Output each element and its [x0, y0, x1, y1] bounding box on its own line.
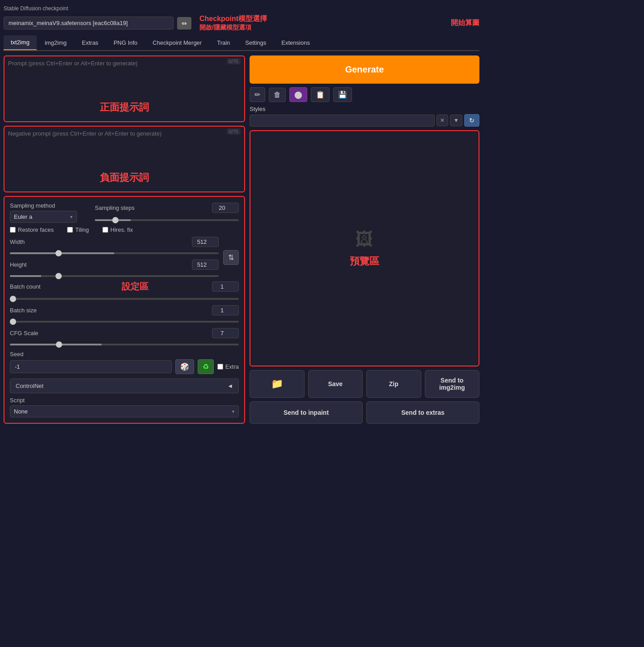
sampling-steps-label: Sampling steps [95, 204, 135, 211]
restore-faces-checkbox[interactable]: Restore faces [10, 226, 54, 233]
tab-png-info[interactable]: PNG Info [106, 35, 144, 50]
styles-section: Styles ✕ ▼ ↻ [250, 106, 479, 127]
tab-train[interactable]: Train [210, 35, 237, 50]
save-btn[interactable]: Save [308, 370, 363, 398]
tiling-checkbox[interactable]: Tiling [67, 226, 89, 233]
sampling-row: Sampling method Euler a Euler LMS DPM++ … [10, 202, 239, 223]
negative-prompt-counter: 0/75 [227, 128, 241, 135]
cfg-scale-input[interactable] [212, 328, 239, 338]
extra-checkbox[interactable]: Extra [217, 363, 239, 370]
send-to-inpaint-btn[interactable]: Send to inpaint [250, 401, 363, 424]
settings-box: Sampling method Euler a Euler LMS DPM++ … [4, 196, 245, 424]
left-panel: 0/75 正面提示詞 0/75 負面提示詞 Sampling method [4, 55, 245, 424]
tab-img2img[interactable]: img2img [38, 35, 74, 50]
script-section: Script None X/Y/Z plot Prompt matrix [10, 397, 239, 417]
start-generate-annotation: 開始算圖 [451, 19, 479, 26]
batch-size-input[interactable] [212, 305, 239, 315]
notes-btn[interactable]: 📋 [311, 87, 330, 102]
positive-prompt-annotation: 正面提示詞 [8, 97, 241, 118]
cfg-scale-slider[interactable] [10, 344, 239, 345]
batch-size-slider[interactable] [10, 321, 239, 323]
send-to-extras-btn[interactable]: Send to extras [366, 401, 479, 424]
tiling-input[interactable] [67, 227, 73, 233]
tabs-row: txt2img img2img Extras PNG Info Checkpoi… [4, 35, 479, 51]
script-select[interactable]: None X/Y/Z plot Prompt matrix [10, 405, 239, 417]
checkpoint-annotation2: 開啟/隱藏模型選項 [199, 24, 267, 32]
save-style-btn[interactable]: 💾 [333, 87, 352, 102]
hires-fix-input[interactable] [102, 227, 108, 233]
styles-label: Styles [250, 106, 479, 112]
sampling-method-label: Sampling method [10, 202, 81, 209]
width-label: Width [10, 238, 25, 245]
checkpoint-row: meinamix_meinaV9.safetensors [eac6c08a19… [4, 14, 479, 32]
tab-extras[interactable]: Extras [75, 35, 106, 50]
width-input[interactable] [192, 237, 219, 247]
seed-recycle-btn[interactable]: ♻ [198, 359, 214, 374]
batch-size-label: Batch size [10, 307, 37, 314]
script-label: Script [10, 397, 239, 404]
style-dot-btn[interactable]: ⬤ [289, 87, 307, 102]
seed-row: 🎲 ♻ Extra [10, 359, 239, 374]
styles-clear-btn[interactable]: ✕ [436, 115, 448, 126]
sampling-steps-input[interactable] [212, 203, 239, 213]
open-folder-btn[interactable]: 📁 [250, 370, 305, 398]
checkpoint-annotation1: Checkpoint模型選擇 [199, 14, 267, 24]
height-slider[interactable] [10, 275, 219, 277]
batch-count-slider[interactable] [10, 298, 239, 300]
height-input[interactable] [192, 260, 219, 270]
batch-count-input[interactable] [212, 281, 239, 292]
pencil-btn[interactable]: ✏ [250, 87, 265, 102]
controlnet-label: ControlNet [16, 383, 43, 389]
controlnet-row[interactable]: ControlNet ◄ [10, 379, 239, 393]
settings-annotation: 設定區 [122, 281, 148, 293]
tab-txt2img[interactable]: txt2img [4, 35, 37, 50]
right-panel: Generate ✏ 🗑 ⬤ 📋 💾 Styles ✕ ▼ ↻ [250, 55, 479, 424]
seed-label: Seed [10, 351, 23, 358]
cfg-scale-label: CFG Scale [10, 330, 38, 336]
generate-btn[interactable]: Generate [250, 55, 479, 84]
preview-area: 🖼 預覽區 [250, 130, 479, 366]
title-bar: Stable Diffusion checkpoint [4, 4, 479, 14]
negative-prompt-input[interactable] [8, 130, 241, 166]
checkpoint-toggle-btn[interactable]: ⇔ [177, 17, 191, 30]
dimensions-section: Width Height ⇅ [10, 237, 239, 281]
checkpoint-select[interactable]: meinamix_meinaV9.safetensors [eac6c08a19… [4, 17, 174, 30]
styles-refresh-btn[interactable]: ↻ [464, 114, 479, 127]
title-label: Stable Diffusion checkpoint [4, 5, 68, 12]
action-btns-row1: 📁 Save Zip Send toimg2img [250, 370, 479, 398]
main-layout: 0/75 正面提示詞 0/75 負面提示詞 Sampling method [4, 55, 479, 424]
negative-prompt-area: 0/75 負面提示詞 [4, 126, 245, 192]
seed-input[interactable] [10, 360, 172, 373]
hires-fix-checkbox[interactable]: Hires. fix [102, 226, 133, 233]
send-to-img2img-btn[interactable]: Send toimg2img [425, 370, 480, 398]
positive-prompt-area: 0/75 正面提示詞 [4, 55, 245, 122]
tab-settings[interactable]: Settings [238, 35, 273, 50]
restore-faces-input[interactable] [10, 227, 16, 233]
zip-btn[interactable]: Zip [366, 370, 421, 398]
positive-prompt-input[interactable] [8, 60, 241, 96]
styles-row: ✕ ▼ ↻ [250, 114, 479, 127]
sampling-method-select[interactable]: Euler a Euler LMS DPM++ 2M [10, 211, 77, 223]
toolbar-row: ✏ 🗑 ⬤ 📋 💾 [250, 87, 479, 102]
preview-placeholder-icon: 🖼 [356, 229, 373, 249]
height-label: Height [10, 261, 27, 268]
styles-dropdown-btn[interactable]: ▼ [450, 115, 462, 126]
tab-extensions[interactable]: Extensions [274, 35, 317, 50]
controlnet-arrow: ◄ [227, 383, 233, 389]
action-btns-row2: Send to inpaint Send to extras [250, 401, 479, 424]
width-slider[interactable] [10, 252, 219, 254]
negative-prompt-annotation: 負面提示詞 [8, 167, 241, 188]
trash-btn[interactable]: 🗑 [269, 88, 286, 102]
positive-prompt-counter: 0/75 [227, 58, 241, 64]
batch-count-label: Batch count [10, 283, 41, 290]
tab-checkpoint-merger[interactable]: Checkpoint Merger [145, 35, 209, 50]
seed-random-btn[interactable]: 🎲 [175, 359, 194, 374]
batch-size-row: Batch size [10, 305, 239, 315]
sampling-steps-slider[interactable] [95, 219, 239, 221]
styles-input[interactable] [250, 115, 435, 127]
checkboxes-row: Restore faces Tiling Hires. fix [10, 226, 239, 233]
batch-count-row: Batch count 設定區 [10, 281, 239, 293]
extra-input[interactable] [217, 364, 223, 370]
swap-dimensions-btn[interactable]: ⇅ [223, 250, 239, 265]
cfg-scale-row: CFG Scale [10, 328, 239, 338]
